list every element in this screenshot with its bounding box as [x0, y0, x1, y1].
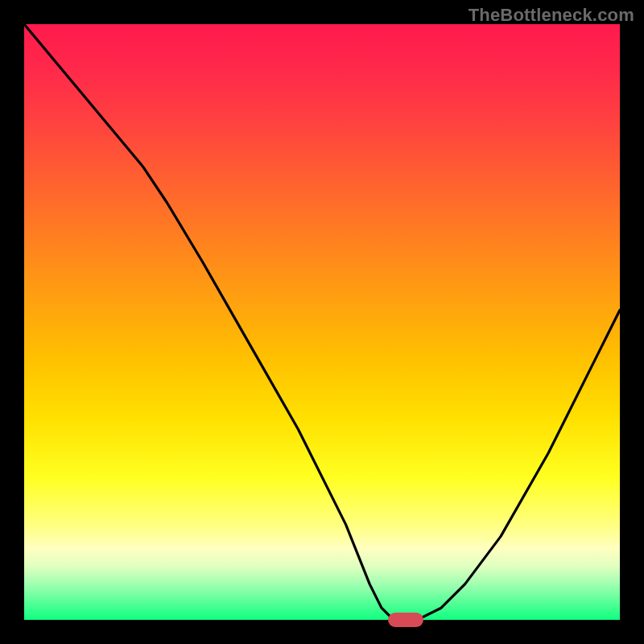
chart-frame: TheBottleneck.com [0, 0, 644, 644]
minimum-marker [388, 613, 423, 627]
plot-area [24, 24, 620, 620]
watermark-text: TheBottleneck.com [469, 5, 634, 26]
